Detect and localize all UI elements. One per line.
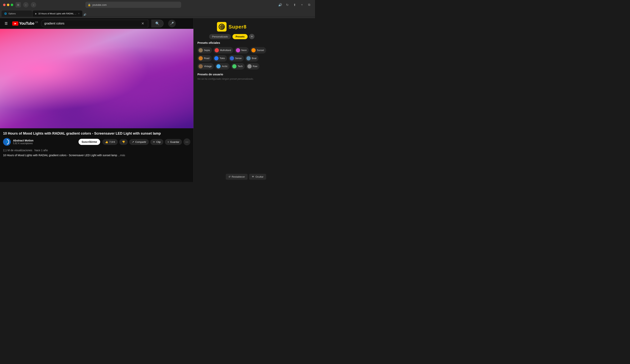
extension-header: Super8 Personalizado Presets + <box>194 18 270 41</box>
more-link[interactable]: ...más <box>118 154 125 157</box>
tab-options[interactable]: 🌐 Options <box>2 10 32 17</box>
list-item[interactable]: Sepia <box>198 47 212 53</box>
globe-icon: 🌐 <box>4 12 7 15</box>
tab-close-icon[interactable]: ✕ <box>78 12 80 15</box>
list-item[interactable]: Tokio <box>213 55 227 62</box>
like-count: 7,9 K <box>109 141 115 143</box>
search-clear-button[interactable]: ✕ <box>140 21 145 26</box>
traffic-lights <box>3 4 13 6</box>
view-count-row: 2,1 M de visualizaciones hace 1 año <box>3 149 190 152</box>
list-item[interactable]: Mulholland <box>214 47 233 53</box>
list-item[interactable]: Vintage <box>198 63 214 70</box>
scissors-icon: ✂ <box>153 141 155 143</box>
presets-oficiales-title: Presets oficiales <box>198 41 266 44</box>
upload-time: hace 1 año <box>34 149 48 152</box>
tab-personalizado[interactable]: Personalizado <box>209 34 231 39</box>
hamburger-menu-button[interactable]: ☰ <box>3 20 9 27</box>
new-tab-button[interactable]: + <box>299 2 305 7</box>
search-input[interactable] <box>44 22 139 25</box>
list-item[interactable]: Neon <box>235 47 249 53</box>
tab-options-label: Options <box>8 12 30 15</box>
browser-actions: 🔊 ↻ ⬆ + ⧉ <box>278 2 312 7</box>
preset-color-dot <box>198 56 203 60</box>
volume-button[interactable]: 🔊 <box>278 2 283 7</box>
list-item[interactable]: Sense <box>229 55 244 62</box>
list-item[interactable]: Sunset <box>250 47 266 53</box>
preset-name: Tech <box>238 65 242 68</box>
subscribe-button[interactable]: Suscribirme <box>78 139 100 145</box>
like-button[interactable]: 👍 7,9 K <box>102 139 118 145</box>
preset-color-dot <box>252 48 256 52</box>
minimize-button[interactable] <box>7 4 10 6</box>
tab-youtube[interactable]: ▶ 10 Hours of Mood Lights with RADIAL gr… <box>32 10 82 17</box>
sidebar-toggle-button[interactable]: ⊞ <box>16 2 21 7</box>
save-icon: + <box>168 141 169 143</box>
preset-color-dot <box>216 64 220 68</box>
list-item[interactable]: Raw <box>246 63 260 70</box>
voice-search-button[interactable]: 🎤 <box>168 20 176 27</box>
browser-toolbar: ⊞ ‹ › 🔒 youtube.com 🔊 ↻ ⬆ + ⧉ <box>0 0 315 9</box>
restore-icon: ↺ <box>228 175 230 178</box>
preset-name: Sense <box>235 57 242 60</box>
back-button[interactable]: ‹ <box>23 2 28 7</box>
share-video-button[interactable]: ↗ Compartir <box>129 139 149 145</box>
forward-button[interactable]: › <box>31 2 36 7</box>
save-button[interactable]: + Guardar <box>165 139 182 145</box>
presets-usuario-title: Presets de usuario <box>198 73 266 76</box>
copy-tab-button[interactable]: ⧉ <box>306 2 312 7</box>
dislike-button[interactable]: 👎 <box>119 139 128 145</box>
share-label: Compartir <box>135 141 146 143</box>
presets-section: Presets oficiales SepiaMulhollandNeonSun… <box>194 41 270 83</box>
video-player[interactable] <box>0 29 194 128</box>
list-item[interactable]: Road <box>198 55 212 62</box>
tab-presets[interactable]: Presets <box>232 34 248 39</box>
preset-color-dot <box>230 56 234 60</box>
tab-add-button[interactable]: + <box>249 34 254 39</box>
preset-name: Tokio <box>220 57 225 60</box>
presets-usuario-empty: No se ha configurado ningún preset perso… <box>198 77 266 80</box>
save-label: Guardar <box>170 141 179 143</box>
list-item[interactable]: Tech <box>231 63 244 70</box>
maximize-button[interactable] <box>11 4 13 6</box>
channel-info: Abstract Motion 5,92 K suscriptores <box>13 139 76 145</box>
thumbs-up-icon: 👍 <box>105 141 108 143</box>
reload-button[interactable]: ↻ <box>285 2 290 7</box>
more-options-button[interactable]: ⋯ <box>184 138 190 145</box>
presets-grid: SepiaMulhollandNeonSunsetRoadTokioSenseB… <box>198 47 266 70</box>
channel-subs: 5,92 K suscriptores <box>13 142 76 145</box>
preset-color-dot <box>246 56 251 60</box>
preset-name: Boat <box>252 57 256 60</box>
preset-color-dot <box>236 48 240 52</box>
share-icon: ↗ <box>132 141 134 143</box>
video-content <box>0 29 194 128</box>
search-submit-button[interactable]: 🔍 <box>151 20 164 27</box>
view-count: 2,1 M de visualizaciones <box>3 149 32 152</box>
extension-sidebar: Super8 Personalizado Presets + Presets o… <box>194 18 270 182</box>
extension-logo-icon <box>217 22 226 31</box>
ellipsis-icon: ⋯ <box>185 140 188 144</box>
youtube-logo-text: YouTube <box>19 21 34 26</box>
hide-button[interactable]: 👁 Ocultar <box>249 174 266 180</box>
main-layout: ☰ YouTube ES ✕ 🔍 🎤 10 Hours of Mood Ligh… <box>0 18 315 182</box>
close-button[interactable] <box>3 4 6 6</box>
restore-button[interactable]: ↺ Restablecer <box>226 174 248 180</box>
preset-name: Arctic <box>222 65 228 68</box>
youtube-logo[interactable]: YouTube ES <box>12 21 38 26</box>
thumbs-down-icon: 👎 <box>122 141 125 143</box>
hide-icon: 👁 <box>252 175 254 178</box>
preset-color-dot <box>198 48 203 52</box>
youtube-logo-icon <box>12 21 18 26</box>
channel-avatar[interactable] <box>3 138 11 146</box>
search-bar[interactable]: ✕ <box>41 20 148 27</box>
video-title: 10 Hours of Mood Lights with RADIAL grad… <box>3 131 190 136</box>
description-text: 10 Hours of Mood Lights with RADIAL grad… <box>3 153 190 157</box>
list-item[interactable]: Boat <box>245 55 259 62</box>
clip-button[interactable]: ✂ Clip <box>150 139 163 145</box>
preset-name: Vintage <box>204 65 212 68</box>
preset-name: Neon <box>241 49 247 52</box>
share-button[interactable]: ⬆ <box>292 2 298 7</box>
address-bar[interactable]: 🔒 youtube.com <box>86 2 181 8</box>
list-item[interactable]: Arctic <box>215 63 230 70</box>
hide-label: Ocultar <box>256 175 264 178</box>
youtube-main: ☰ YouTube ES ✕ 🔍 🎤 10 Hours of Mood Ligh… <box>0 18 194 182</box>
